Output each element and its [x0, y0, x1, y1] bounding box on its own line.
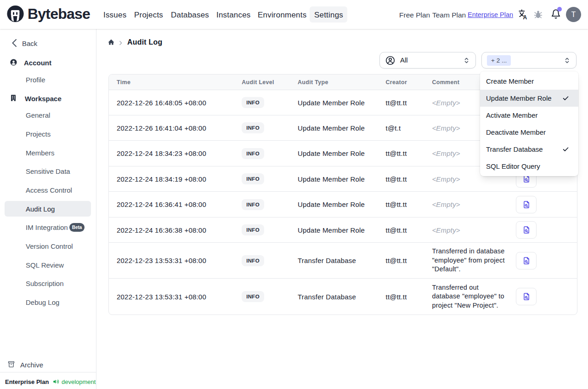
svg-text:A: A [523, 14, 527, 20]
